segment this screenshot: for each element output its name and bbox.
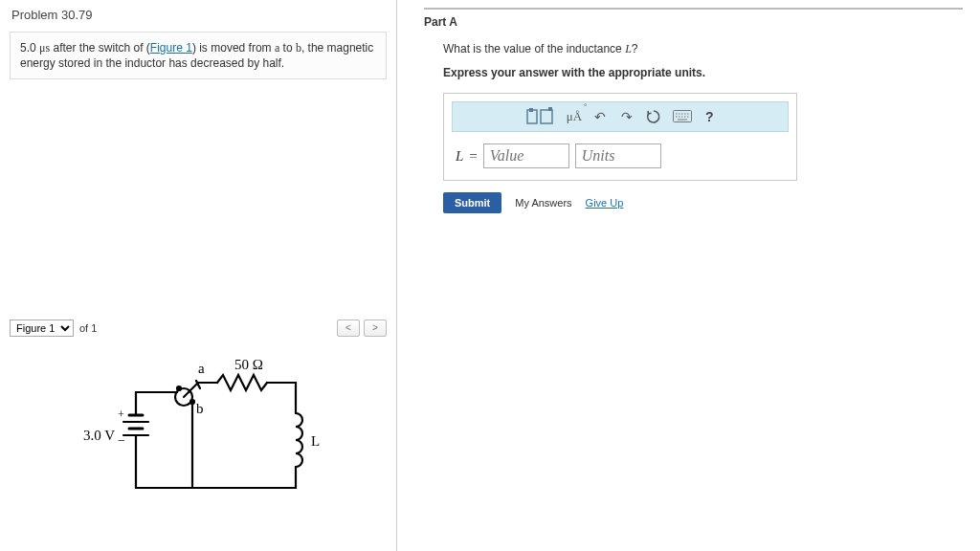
figure-panel: Figure 1 of 1 < > bbox=[10, 320, 387, 519]
equals-sign: = bbox=[469, 148, 477, 165]
question-post: ? bbox=[632, 42, 638, 55]
problem-text: to bbox=[279, 41, 296, 55]
figure-select[interactable]: Figure 1 bbox=[10, 320, 74, 337]
svg-rect-12 bbox=[548, 107, 552, 111]
problem-statement: 5.0 μs after the switch of (Figure 1) is… bbox=[10, 32, 387, 79]
units-icon[interactable]: μÅ° bbox=[567, 105, 582, 128]
figure-prev-button[interactable]: < bbox=[337, 320, 360, 337]
units-input[interactable] bbox=[575, 143, 661, 168]
redo-icon[interactable]: ↷ bbox=[618, 105, 635, 128]
problem-text: after the switch of ( bbox=[50, 41, 150, 55]
problem-text: ) is moved from bbox=[192, 41, 275, 55]
svg-point-5 bbox=[177, 386, 181, 390]
part-header: Part A bbox=[424, 8, 963, 29]
equation-toolbar: μÅ° ↶ ↷ ? bbox=[452, 101, 789, 132]
svg-rect-11 bbox=[541, 110, 552, 123]
give-up-link[interactable]: Give Up bbox=[586, 197, 624, 209]
mu-s: μs bbox=[39, 41, 50, 55]
svg-rect-9 bbox=[527, 110, 537, 123]
node-b-label: b bbox=[196, 401, 204, 416]
figure-next-button[interactable]: > bbox=[364, 320, 387, 337]
answer-box: μÅ° ↶ ↷ ? L = bbox=[443, 93, 797, 181]
undo-icon[interactable]: ↶ bbox=[591, 105, 609, 128]
inductor-label: L bbox=[311, 433, 320, 449]
reset-icon[interactable] bbox=[645, 105, 662, 128]
variable-L: L bbox=[625, 42, 632, 55]
instruction-text: Express your answer with the appropriate… bbox=[443, 66, 963, 79]
my-answers-label: My Answers bbox=[515, 197, 571, 209]
svg-line-7 bbox=[184, 383, 198, 397]
resistor-label: 50 Ω bbox=[234, 357, 263, 372]
voltage-label: 3.0 V bbox=[83, 428, 115, 443]
help-icon[interactable]: ? bbox=[702, 105, 716, 128]
problem-title: Problem 30.79 bbox=[10, 8, 387, 32]
figure-link[interactable]: Figure 1 bbox=[150, 41, 192, 55]
submit-button[interactable]: Submit bbox=[443, 192, 501, 213]
svg-rect-10 bbox=[529, 108, 533, 112]
answer-lhs: L bbox=[456, 148, 463, 165]
minus-label: − bbox=[118, 433, 125, 448]
question-pre: What is the value of the inductance bbox=[443, 42, 625, 55]
question-text: What is the value of the inductance L? bbox=[443, 42, 963, 56]
figure-count: of 1 bbox=[79, 322, 97, 334]
node-a-label: a bbox=[198, 361, 205, 376]
problem-text: 5.0 bbox=[20, 41, 39, 55]
units-icon-label: μÅ bbox=[567, 109, 582, 124]
templates-icon[interactable] bbox=[524, 105, 557, 128]
circuit-diagram: 3.0 V + − a b 50 Ω L bbox=[10, 354, 387, 519]
keyboard-icon[interactable] bbox=[672, 105, 693, 128]
plus-label: + bbox=[118, 408, 124, 421]
value-input[interactable] bbox=[483, 143, 569, 168]
